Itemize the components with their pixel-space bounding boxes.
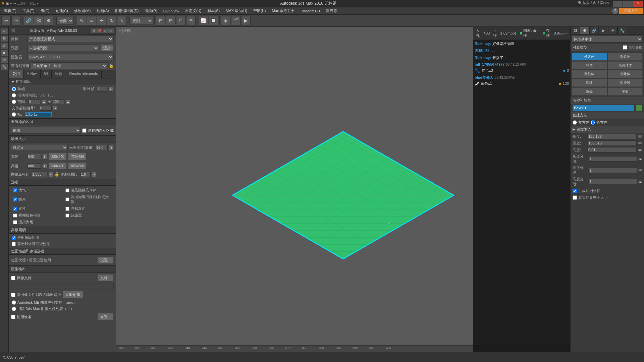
obj-geosphere[interactable]: 几何球体 xyxy=(608,61,643,69)
every-n-input[interactable] xyxy=(97,87,107,92)
viewport-area[interactable]: + [透视] xyxy=(116,27,570,352)
aperture-input[interactable] xyxy=(96,145,108,150)
titlebar-controls[interactable]: 🔍 输入人名搜索好友 — □ ✕ xyxy=(578,1,643,7)
cube-radio[interactable] xyxy=(573,120,577,125)
bind-btn[interactable]: ⚙ xyxy=(44,16,53,25)
panel-settings[interactable]: ⚙ xyxy=(91,28,97,33)
mirror-btn[interactable]: ⊟ xyxy=(156,16,165,25)
menu-render-cloud[interactable]: 渲云等 xyxy=(323,8,340,14)
lt-utilities[interactable]: 🔧 xyxy=(1,64,8,70)
region-type-select[interactable]: 视图 xyxy=(11,127,81,134)
preset1-btn[interactable]: 320x240 xyxy=(48,153,67,160)
render-hidden-check[interactable] xyxy=(65,188,69,192)
bitmap-setup-btn[interactable]: 设置... xyxy=(97,256,114,264)
height-up-spin[interactable]: ▲ xyxy=(638,148,642,151)
group-btn[interactable]: □ xyxy=(176,16,185,25)
preset3-btn[interactable]: 640x480 xyxy=(48,162,67,170)
lt-display[interactable]: 👁 xyxy=(1,57,8,63)
auto-grid-check[interactable] xyxy=(623,45,627,50)
region-section-header[interactable]: 要渲染的区域 xyxy=(9,118,116,125)
renderer-select[interactable]: V-Ray Adv 3.60.03 xyxy=(28,54,114,60)
panel-pin[interactable]: 📌 xyxy=(97,28,102,33)
aperture-spin[interactable]: ▲ xyxy=(109,145,114,150)
menu-civil-view[interactable]: Civil View xyxy=(161,8,182,14)
image-list-btn[interactable]: 立即创建 xyxy=(62,291,83,298)
help-btn[interactable]: ? xyxy=(612,8,618,14)
lt-hierarchy[interactable]: ⊕ xyxy=(1,43,8,49)
material-editor-btn[interactable]: ◈ xyxy=(221,16,230,25)
curve-editor-btn[interactable]: 📈 xyxy=(199,16,208,25)
link-btn[interactable]: 🔗 xyxy=(24,16,33,25)
options-section-header[interactable]: 选项 xyxy=(9,179,116,186)
real-world-check[interactable] xyxy=(573,195,577,200)
range-from-input[interactable] xyxy=(29,100,40,104)
menu-maxhelp[interactable]: MAX 帮助(H) xyxy=(223,8,250,14)
panel-controls[interactable]: ⚙ 📌 □ ✕ xyxy=(91,28,114,33)
preset2-btn[interactable]: 720x486 xyxy=(68,153,87,160)
image-list-check[interactable] xyxy=(11,293,15,297)
width-seg-input[interactable] xyxy=(589,168,637,173)
displacement-check[interactable] xyxy=(13,207,17,211)
select-region-btn[interactable]: ▭ xyxy=(87,16,96,25)
keyboard-section[interactable]: ▶ 键盘输入 xyxy=(571,126,644,133)
save-file-check[interactable] xyxy=(11,276,15,280)
unlink-btn[interactable]: ⛓ xyxy=(34,16,43,25)
height-seg-spin[interactable]: ▲ xyxy=(638,180,642,183)
object-category-select[interactable]: 标准基本体 xyxy=(572,36,643,43)
target-select[interactable]: 产品级渲染模式 xyxy=(28,36,114,42)
autodesk-mi-radio[interactable] xyxy=(12,300,16,305)
range-to-input[interactable] xyxy=(53,100,64,104)
panel-maximize[interactable]: □ xyxy=(103,28,108,33)
layers-btn[interactable]: ⊕ xyxy=(186,16,196,25)
titlebar-minimize[interactable]: — xyxy=(613,1,623,7)
atmosphere-check[interactable] xyxy=(13,188,17,192)
lt-modify[interactable]: ⚙ xyxy=(1,35,8,42)
frames-input[interactable] xyxy=(25,112,52,117)
chat-collapse-icon[interactable]: — xyxy=(562,30,568,36)
width-param-input[interactable] xyxy=(587,140,637,146)
active-range-radio[interactable] xyxy=(12,93,16,98)
viewport-select[interactable]: 四元菜单 4 - 透视 xyxy=(31,62,107,69)
auto-region-check[interactable] xyxy=(82,128,87,133)
object-color-swatch[interactable] xyxy=(635,105,642,111)
rotate-btn[interactable]: ↻ xyxy=(107,16,116,25)
range-to-spin[interactable]: ▲ xyxy=(66,100,70,104)
output-size-header[interactable]: 输出大小 xyxy=(9,135,116,142)
gen-map-check[interactable] xyxy=(573,189,577,193)
force-2side-check[interactable] xyxy=(65,207,69,211)
align-btn[interactable]: ⊞ xyxy=(166,16,175,25)
menu-tools[interactable]: 工具(T) xyxy=(20,8,37,14)
box-radio[interactable] xyxy=(591,120,595,125)
effects-check[interactable] xyxy=(13,197,17,201)
upload-btn[interactable]: 渲染上传 xyxy=(619,8,643,14)
advanced-section-header[interactable]: 高级照明 xyxy=(9,227,116,234)
rp-tab-5[interactable]: 👁 xyxy=(608,27,618,34)
output-section-header[interactable]: 渲染输出 xyxy=(9,265,116,273)
width-up-spin[interactable]: ▲ xyxy=(638,142,642,144)
filter-dropdown[interactable]: 全部 xyxy=(56,17,74,25)
menu-animation[interactable]: 动画(A) xyxy=(94,8,112,14)
menu-graph-editor[interactable]: 图形编辑器(D) xyxy=(112,8,141,14)
menu-script[interactable]: 脚本(S) xyxy=(205,8,222,14)
single-frame-radio[interactable] xyxy=(12,87,16,91)
aspect-lock-icon[interactable]: 🔒 xyxy=(54,172,59,177)
titlebar-close[interactable]: ✕ xyxy=(633,1,643,7)
obj-teapot[interactable]: 茶壶 xyxy=(572,87,607,96)
pixel-aspect-input[interactable] xyxy=(80,172,91,177)
viewmode-dropdown[interactable]: 视图 xyxy=(129,17,153,25)
length-seg-input[interactable] xyxy=(589,156,637,162)
scale-btn[interactable]: ⤡ xyxy=(117,16,126,25)
file-path-input[interactable] xyxy=(11,284,114,289)
range-from-spin[interactable]: ▲ xyxy=(42,100,46,104)
render-field-check[interactable] xyxy=(13,220,17,224)
rp-tab-1[interactable]: 🖼 xyxy=(571,27,580,34)
menu-help[interactable]: 帮助(H) xyxy=(251,8,268,14)
menu-antivirus[interactable]: Max 杀毒卫士 xyxy=(269,8,298,14)
menu-edit[interactable]: 编辑(E) xyxy=(1,8,19,14)
menu-group[interactable]: 组(G) xyxy=(38,8,52,14)
video-check-check[interactable] xyxy=(13,214,17,218)
menu-render[interactable]: 渲染(R) xyxy=(142,8,160,14)
aspect-input[interactable] xyxy=(32,172,47,177)
length-input[interactable] xyxy=(587,134,637,139)
legacy-rla-radio[interactable] xyxy=(12,307,16,311)
